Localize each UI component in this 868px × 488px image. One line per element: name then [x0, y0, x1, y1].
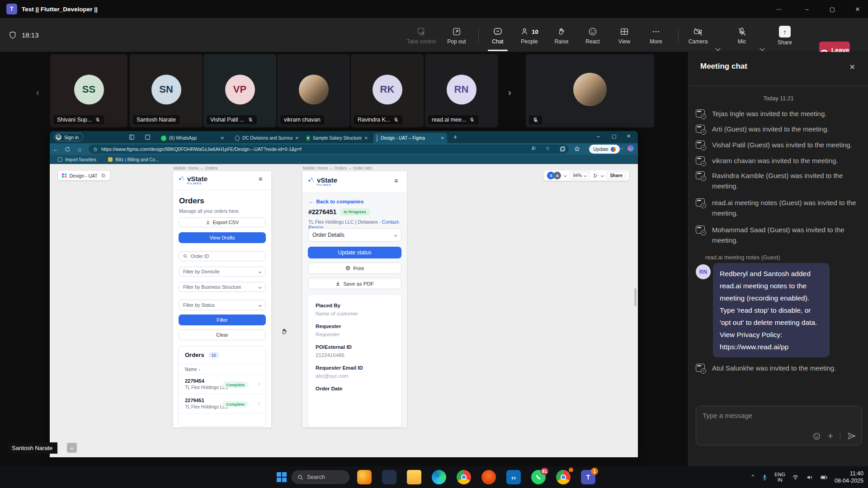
tab-close-icon[interactable]: ✕ [364, 136, 368, 141]
url-field[interactable]: https://www.figma.com/design/9BKQ0FOHRWa… [89, 145, 569, 154]
add-overlay-icon[interactable]: + [67, 443, 77, 453]
tab-close-icon[interactable]: ✕ [295, 136, 299, 141]
taskbar-clock[interactable]: 11:40 08-04-2025 [835, 470, 863, 484]
spotlight-tile[interactable] [526, 54, 654, 127]
copilot-icon[interactable] [627, 145, 634, 151]
zoom-select[interactable]: 94% [570, 172, 590, 179]
home-icon[interactable]: ⌂ [74, 146, 85, 153]
browser-minimize-icon[interactable]: – [597, 133, 600, 140]
update-status-button[interactable]: Update status [308, 247, 401, 258]
filter-status-select[interactable]: Filter by Status [179, 300, 266, 310]
read-aloud-icon[interactable]: A⁾ [532, 146, 536, 151]
favorite-star-icon[interactable]: ☆ [545, 145, 550, 151]
browser-tab[interactable]: X Sample Salary Structure with calc ✕ [303, 133, 371, 143]
back-to-companies-link[interactable]: ← Back to companies [308, 199, 363, 204]
hamburger-icon[interactable]: ≡ [394, 179, 401, 182]
pop-out-button[interactable]: Pop out [440, 23, 473, 49]
browser-maximize-icon[interactable]: ▢ [612, 133, 616, 139]
volume-icon[interactable] [806, 474, 813, 481]
participants-prev-chevron-icon[interactable]: ‹ [36, 87, 39, 98]
collaborators-chevron-icon[interactable] [564, 174, 567, 177]
participant-tile[interactable]: SS Shivani Sup... [50, 54, 127, 127]
row-chevron-icon[interactable]: › [258, 381, 260, 386]
collections-icon[interactable] [560, 146, 566, 152]
participant-tile[interactable]: SN Santosh Narate [130, 54, 203, 127]
chat-button[interactable]: Chat [481, 23, 514, 49]
windows-start-icon[interactable] [277, 472, 287, 482]
bookmark-link[interactable]: Bills | Billing and Co... [108, 157, 159, 162]
chrome-icon[interactable] [457, 470, 471, 484]
chrome-icon[interactable] [556, 470, 571, 484]
send-icon[interactable] [847, 432, 856, 441]
firefox-icon[interactable] [357, 470, 372, 484]
window-maximize-icon[interactable]: ▢ [822, 0, 843, 18]
clear-button[interactable]: Clear [179, 329, 266, 340]
taskbar-search[interactable]: Search [292, 470, 349, 484]
filter-button[interactable]: Filter [179, 314, 266, 325]
favorites-bar-icon[interactable] [574, 146, 580, 152]
browser-signin-button[interactable]: Sign in [54, 133, 83, 141]
whatsapp-icon[interactable]: 81 [531, 470, 546, 484]
participant-tile[interactable]: vikram chavan [277, 54, 350, 127]
tab-actions-icon[interactable] [129, 134, 135, 140]
browser-tab[interactable]: DC Divisions and Surroundings ✕ [232, 133, 302, 143]
react-button[interactable]: React [576, 23, 609, 49]
vscode-icon[interactable]: ‹› [506, 470, 521, 484]
edge-icon[interactable] [432, 470, 446, 484]
print-button[interactable]: Print [308, 263, 401, 274]
file-explorer-icon[interactable] [407, 470, 421, 484]
import-favorites-link[interactable]: Import favorites [58, 157, 96, 162]
order-detail-frame[interactable]: vState FILINGS ≡ ← Back to companies #22… [302, 171, 407, 427]
window-close-icon[interactable]: ✕ [847, 0, 868, 18]
browser-update-button[interactable]: Update [589, 145, 620, 154]
share-button[interactable]: ↑ Share [769, 23, 801, 49]
export-csv-button[interactable]: Export CSV [179, 217, 266, 227]
raise-hand-button[interactable]: Raise [545, 23, 578, 49]
new-tab-icon[interactable]: + [453, 133, 457, 141]
people-button[interactable]: 10 People [513, 23, 546, 49]
brave-icon[interactable] [481, 470, 496, 484]
language-indicator[interactable]: ENG IN [774, 472, 785, 483]
column-header[interactable]: Name ↓ [185, 367, 200, 372]
hamburger-icon[interactable]: ≡ [259, 178, 266, 180]
emoji-icon[interactable] [812, 432, 821, 441]
battery-icon[interactable] [820, 474, 828, 481]
save-pdf-button[interactable]: Save as PDF [308, 278, 401, 289]
back-icon[interactable]: ← [50, 146, 61, 153]
browser-menu-icon[interactable]: ⋯ [618, 145, 623, 152]
canvas-scrollbar[interactable] [634, 288, 637, 306]
refresh-icon[interactable] [65, 146, 71, 152]
copy-icon[interactable] [101, 173, 106, 178]
camera-options-chevron-icon[interactable] [715, 46, 720, 51]
browser-close-icon[interactable]: ✕ [627, 133, 631, 139]
teams-icon[interactable]: T 1 [581, 470, 595, 484]
window-more-icon[interactable]: ⋯ [769, 0, 789, 18]
order-details-select[interactable]: Order Details [308, 228, 401, 242]
wifi-icon[interactable] [792, 474, 799, 481]
app-icon[interactable] [382, 470, 396, 484]
chat-close-icon[interactable]: ✕ [849, 63, 855, 71]
figma-share-button[interactable]: Share [607, 172, 626, 179]
mic-button[interactable]: Mic [726, 23, 758, 49]
tray-mic-icon[interactable] [761, 474, 768, 481]
view-drafts-button[interactable]: View Drafts [179, 232, 266, 243]
participant-tile[interactable]: RK Ravindra K... [351, 54, 424, 127]
row-chevron-icon[interactable]: › [258, 400, 260, 406]
chat-message-input[interactable]: Type a message + [696, 406, 862, 446]
view-button[interactable]: View [608, 23, 641, 49]
browser-tab[interactable]: (6) WhatsApp ✕ [158, 133, 227, 143]
attach-plus-icon[interactable]: + [828, 432, 833, 440]
collaborator-avatar[interactable]: A [553, 172, 561, 179]
participant-tile[interactable]: RN read.ai mee... [425, 54, 498, 127]
order-row[interactable]: 2279454 TL Flex Holdings LLC [185, 378, 228, 390]
camera-button[interactable]: Camera [682, 23, 714, 49]
participant-tile[interactable]: VP Vishal Patil ... [203, 54, 276, 127]
browser-tab-active[interactable]: Design - UAT – Figma ✕ [373, 133, 447, 143]
filter-business-select[interactable]: Filter by Business Structure [179, 282, 266, 292]
vertical-tabs-icon[interactable] [145, 134, 151, 140]
filter-domicile-select[interactable]: Filter by Domicile [179, 267, 266, 277]
participants-next-chevron-icon[interactable]: › [508, 87, 511, 98]
tab-close-icon[interactable]: ✕ [441, 136, 444, 141]
figma-doc-chip[interactable]: Design - UAT [58, 171, 110, 180]
tab-close-icon[interactable]: ✕ [221, 136, 224, 141]
